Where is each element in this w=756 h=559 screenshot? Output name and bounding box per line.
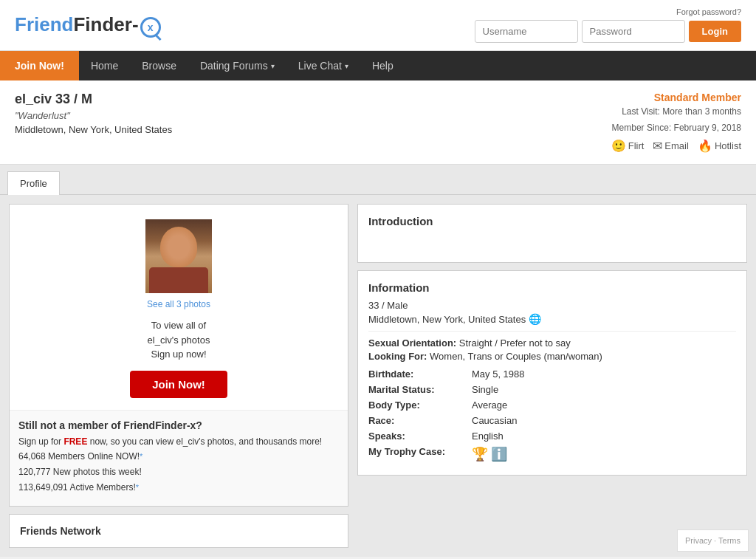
- view-message: To view all of el_civ's photos Sign up n…: [24, 318, 333, 362]
- left-column: See all 3 photos To view all of el_civ's…: [9, 204, 348, 548]
- tab-profile[interactable]: Profile: [7, 171, 60, 195]
- member-since: Member Since: February 9, 2018: [611, 123, 741, 133]
- profile-tab-bar: Profile: [0, 165, 756, 195]
- logo: FriendFinder-x: [15, 13, 161, 38]
- password-input[interactable]: [582, 20, 685, 43]
- info-field-label: Body Type:: [368, 397, 472, 413]
- logo-friend: Friend: [15, 13, 73, 35]
- hotlist-action[interactable]: 🔥 Hotlist: [698, 139, 741, 153]
- profile-photo-card: See all 3 photos To view all of el_civ's…: [9, 204, 348, 507]
- info-table-row: Marital Status:Single: [368, 382, 736, 397]
- info-field-value: May 5, 1988: [472, 366, 736, 382]
- hotlist-icon: 🔥: [698, 139, 712, 153]
- info-field-value: English: [472, 428, 736, 444]
- friends-network-card: Friends Network: [9, 514, 348, 548]
- email-icon: ✉: [653, 139, 662, 153]
- info-table-row: Speaks:English: [368, 428, 736, 444]
- info-age-gender: 33 / Male: [368, 300, 736, 311]
- info-table-row: My Trophy Case:🏆ℹ️: [368, 444, 736, 464]
- username-input[interactable]: [475, 20, 578, 43]
- info-sexual-orientation: Sexual Orientation: Straight / Prefer no…: [368, 337, 736, 349]
- flirt-action[interactable]: 🙂 Flirt: [611, 139, 645, 153]
- info-field-label: My Trophy Case:: [368, 444, 472, 464]
- nav-home[interactable]: Home: [79, 51, 130, 80]
- info-divider: [368, 331, 736, 332]
- info-field-label: Race:: [368, 413, 472, 428]
- header-right: Forgot password? Login: [475, 7, 741, 43]
- join-now-button[interactable]: Join Now!: [130, 371, 227, 398]
- info-table-row: Birthdate:May 5, 1988: [368, 366, 736, 382]
- profile-name: el_civ 33 / M: [15, 92, 172, 107]
- stat-active-members: 113,649,091 Active Members!*: [18, 481, 339, 494]
- email-action[interactable]: ✉ Email: [653, 139, 689, 153]
- terms-link[interactable]: Terms: [718, 536, 740, 545]
- info-table-row: Body Type:Average: [368, 397, 736, 413]
- dating-forums-arrow-icon: ▾: [271, 62, 275, 70]
- member-type-badge: Standard Member: [611, 92, 741, 103]
- nav-live-chat[interactable]: Live Chat ▾: [286, 51, 360, 80]
- info-field-label: Speaks:: [368, 428, 472, 444]
- friends-network-title: Friends Network: [20, 525, 337, 537]
- main-content: See all 3 photos To view all of el_civ's…: [0, 195, 756, 557]
- logo-finder: Finder-: [73, 13, 138, 35]
- info-field-label: Birthdate:: [368, 366, 472, 382]
- header-inputs: Login: [475, 20, 741, 43]
- not-member-section: Still not a member of FriendFinder-x? Si…: [10, 410, 348, 506]
- trophy-case: 🏆ℹ️: [472, 446, 736, 462]
- top-header: FriendFinder-x Forgot password? Login: [0, 0, 756, 51]
- stat-members-online: 64,068 Members Online NOW!*: [18, 450, 339, 463]
- nav-join-button[interactable]: Join Now!: [0, 51, 79, 80]
- free-text: FREE: [63, 436, 87, 447]
- stat3-link[interactable]: *: [136, 483, 139, 492]
- information-card: Information 33 / Male Middletown, New Yo…: [357, 270, 747, 476]
- nav-dating-forums[interactable]: Dating Forums ▾: [188, 51, 286, 80]
- info-looking-for: Looking For: Women, Trans or Couples (ma…: [368, 351, 736, 362]
- info-table: Birthdate:May 5, 1988Marital Status:Sing…: [368, 366, 736, 464]
- profile-header: el_civ 33 / M "Wanderlust" Middletown, N…: [0, 80, 756, 165]
- information-title: Information: [368, 281, 736, 294]
- profile-info-left: el_civ 33 / M "Wanderlust" Middletown, N…: [15, 92, 172, 135]
- info-location: Middletown, New York, United States 🌐: [368, 313, 736, 325]
- introduction-card: Introduction: [357, 204, 747, 263]
- live-chat-arrow-icon: ▾: [345, 62, 348, 70]
- info-field-value: Caucasian: [472, 413, 736, 428]
- login-button[interactable]: Login: [689, 21, 741, 42]
- info-field-value: Average: [472, 397, 736, 413]
- profile-photo: [145, 219, 212, 293]
- flirt-icon: 🙂: [611, 139, 626, 153]
- introduction-title: Introduction: [368, 215, 736, 227]
- trophy-icon: 🏆: [472, 446, 488, 462]
- info-field-label: Marital Status:: [368, 382, 472, 397]
- signup-text: Sign up for FREE now, so you can view el…: [18, 436, 339, 448]
- logo-icon: x: [140, 17, 161, 38]
- photo-face: [145, 219, 212, 293]
- right-column: Introduction Information 33 / Male Middl…: [357, 204, 747, 548]
- privacy-footer: Privacy · Terms: [677, 529, 749, 552]
- globe-icon: 🌐: [529, 313, 541, 325]
- info-circle-icon: ℹ️: [491, 446, 507, 462]
- nav-browse[interactable]: Browse: [130, 51, 188, 80]
- member-actions: 🙂 Flirt ✉ Email 🔥 Hotlist: [611, 139, 741, 153]
- not-member-title: Still not a member of FriendFinder-x?: [18, 419, 339, 431]
- nav-help[interactable]: Help: [360, 51, 405, 80]
- see-all-photos-link[interactable]: See all 3 photos: [24, 299, 333, 309]
- privacy-link[interactable]: Privacy: [685, 536, 712, 545]
- profile-motto: "Wanderlust": [15, 110, 172, 121]
- info-field-value: 🏆ℹ️: [472, 444, 736, 464]
- stat-new-photos: 120,777 New photos this week!: [18, 466, 339, 479]
- stat1-link[interactable]: *: [140, 452, 142, 461]
- forgot-password-link[interactable]: Forgot password?: [676, 7, 741, 16]
- profile-info-right: Standard Member Last Visit: More than 3 …: [611, 92, 741, 153]
- last-visit: Last Visit: More than 3 months: [611, 106, 741, 117]
- info-field-value: Single: [472, 382, 736, 397]
- nav-bar: Join Now! Home Browse Dating Forums ▾ Li…: [0, 51, 756, 80]
- profile-location: Middletown, New York, United States: [15, 124, 172, 135]
- info-table-row: Race:Caucasian: [368, 413, 736, 428]
